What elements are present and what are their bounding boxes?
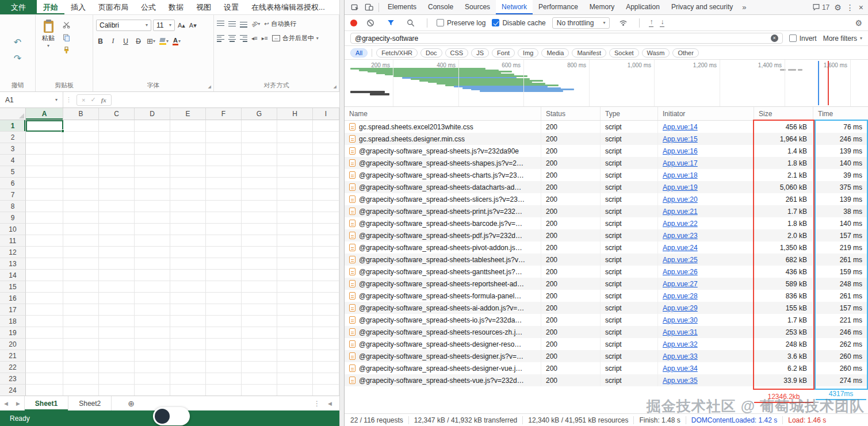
- row-header[interactable]: 13: [0, 258, 26, 270]
- grid-cell[interactable]: [63, 189, 99, 201]
- column-header[interactable]: G: [242, 108, 277, 120]
- grid-cell[interactable]: [242, 373, 277, 385]
- grid-cell[interactable]: [135, 373, 170, 385]
- more-filters-button[interactable]: More filters▾: [823, 34, 862, 43]
- grid-cell[interactable]: [135, 143, 170, 155]
- grid-cell[interactable]: [135, 212, 170, 224]
- grid-cell[interactable]: [135, 201, 170, 212]
- grid-cell[interactable]: [99, 178, 135, 189]
- import-har-icon[interactable]: ↑: [649, 18, 653, 26]
- row-header[interactable]: 18: [0, 316, 26, 327]
- column-header[interactable]: C: [99, 108, 135, 120]
- network-request-row[interactable]: gc.spread.sheets.excel2013white.css200sc…: [345, 121, 868, 133]
- grid-cell[interactable]: [99, 155, 135, 166]
- grid-cell[interactable]: [99, 120, 135, 132]
- filter-chip[interactable]: JS: [471, 48, 489, 57]
- network-request-row[interactable]: @grapecity-software_spread-sheets-resour…: [345, 326, 868, 338]
- name-box[interactable]: A1 ▾: [0, 92, 63, 108]
- close-devtools-icon[interactable]: ×: [859, 3, 863, 11]
- filter-chip[interactable]: Fetch/XHR: [376, 48, 418, 57]
- grid-cell[interactable]: [99, 258, 135, 270]
- network-request-row[interactable]: @grapecity-software_spread-sheets-io.js?…: [345, 314, 868, 326]
- merge-center-button[interactable]: ↔合并后居中▾: [272, 34, 319, 43]
- filter-icon[interactable]: [384, 17, 397, 29]
- clear-filter-icon[interactable]: ×: [771, 34, 778, 42]
- grid-cell[interactable]: [99, 362, 135, 373]
- row-header[interactable]: 1: [0, 120, 26, 132]
- network-overview[interactable]: 200 ms400 ms600 ms800 ms1,000 ms1,200 ms…: [345, 60, 868, 107]
- more-tabs-icon[interactable]: »: [739, 3, 750, 11]
- grid-cell[interactable]: [63, 258, 99, 270]
- decrease-indent-button[interactable]: ◂≡: [251, 35, 258, 41]
- grid-cell[interactable]: [313, 316, 339, 327]
- network-request-row[interactable]: @grapecity-software_spread-sheets-vue.js…: [345, 374, 868, 386]
- grid-cell[interactable]: [206, 224, 242, 235]
- network-request-row[interactable]: @grapecity-software_spread-sheets-charts…: [345, 169, 868, 181]
- grid-cell[interactable]: [313, 166, 339, 178]
- grid-cell[interactable]: [277, 235, 313, 247]
- grid-cell[interactable]: [313, 155, 339, 166]
- align-middle-button[interactable]: [228, 21, 236, 28]
- grid-cell[interactable]: [135, 293, 170, 304]
- grid-cell[interactable]: [26, 155, 63, 166]
- format-painter-button[interactable]: [63, 47, 70, 54]
- select-all-corner[interactable]: [0, 108, 26, 120]
- column-header[interactable]: A: [26, 108, 63, 120]
- grid-cell[interactable]: [277, 132, 313, 143]
- font-dialog-launcher-icon[interactable]: ◢: [208, 85, 211, 89]
- grid-cell[interactable]: [242, 189, 277, 201]
- align-center-button[interactable]: [228, 35, 236, 42]
- grid-cell[interactable]: [99, 166, 135, 178]
- row-header[interactable]: 4: [0, 155, 26, 166]
- grid-cell[interactable]: [277, 258, 313, 270]
- grid-cell[interactable]: [277, 281, 313, 293]
- grid-cell[interactable]: [26, 362, 63, 373]
- preserve-log-checkbox[interactable]: Preserve log: [437, 19, 485, 27]
- grid-cell[interactable]: [242, 166, 277, 178]
- grid-cell[interactable]: [313, 212, 339, 224]
- formula-input[interactable]: [114, 92, 339, 108]
- menu-tab[interactable]: 在线表格编辑器授权...: [245, 0, 331, 14]
- network-request-row[interactable]: @grapecity-software_spread-sheets-gantts…: [345, 266, 868, 278]
- grid-cell[interactable]: [313, 362, 339, 373]
- align-left-button[interactable]: [217, 35, 224, 42]
- initiator-link[interactable]: App.vue:14: [663, 123, 698, 131]
- menu-tab[interactable]: 页面布局: [92, 0, 135, 14]
- grid-cell[interactable]: [63, 281, 99, 293]
- grid-cell[interactable]: [206, 293, 242, 304]
- align-right-button[interactable]: [240, 35, 247, 42]
- network-request-row[interactable]: gc.spread.sheets.designer.min.css200scri…: [345, 133, 868, 145]
- file-menu-button[interactable]: 文件: [0, 0, 37, 14]
- grid-cell[interactable]: [313, 327, 339, 339]
- text-orientation-button[interactable]: ab▾: [251, 21, 260, 27]
- grid-cell[interactable]: [135, 258, 170, 270]
- grid-cell[interactable]: [26, 385, 63, 396]
- grid-cell[interactable]: [206, 143, 242, 155]
- grid-cell[interactable]: [277, 316, 313, 327]
- filter-chip[interactable]: Doc: [420, 48, 442, 57]
- row-header[interactable]: 11: [0, 235, 26, 247]
- network-request-row[interactable]: @grapecity-software_spread-sheets.js?v=2…: [345, 145, 868, 157]
- grid-cell[interactable]: [26, 132, 63, 143]
- grid-cell[interactable]: [99, 270, 135, 281]
- menu-tab[interactable]: 开始: [37, 0, 64, 14]
- grid-cell[interactable]: [206, 339, 242, 350]
- underline-button[interactable]: U: [121, 37, 130, 45]
- grid-cell[interactable]: [26, 166, 63, 178]
- filter-chip[interactable]: Other: [672, 48, 699, 57]
- grid-cell[interactable]: [99, 339, 135, 350]
- grid-cell[interactable]: [99, 327, 135, 339]
- grid-cell[interactable]: [63, 293, 99, 304]
- grid-cell[interactable]: [26, 373, 63, 385]
- record-network-log-button[interactable]: [350, 20, 357, 26]
- grid-cell[interactable]: [206, 373, 242, 385]
- grid-cell[interactable]: [63, 212, 99, 224]
- grid-cell[interactable]: [313, 224, 339, 235]
- grid-cell[interactable]: [313, 373, 339, 385]
- grid-cell[interactable]: [242, 327, 277, 339]
- grid-cell[interactable]: [26, 201, 63, 212]
- grid-cell[interactable]: [313, 385, 339, 396]
- grid-cell[interactable]: [26, 189, 63, 201]
- increase-indent-button[interactable]: ▸≡: [262, 35, 268, 41]
- initiator-link[interactable]: App.vue:21: [663, 208, 698, 216]
